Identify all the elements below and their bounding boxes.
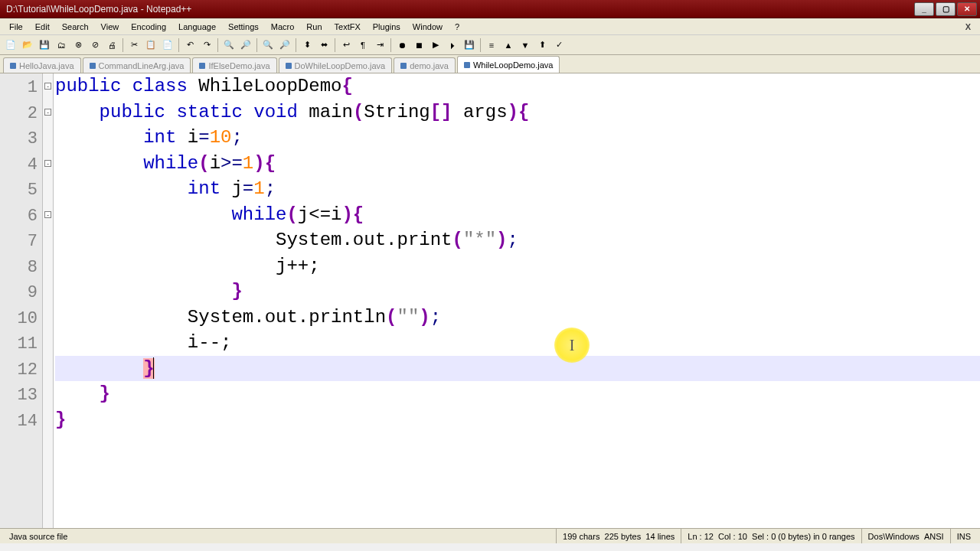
zoom-out-icon[interactable]: 🔎: [277, 37, 292, 53]
tool5-icon[interactable]: ✓: [551, 37, 567, 53]
undo-icon[interactable]: ↶: [182, 37, 198, 53]
cursor-highlight-icon: [554, 328, 590, 363]
tab-commandlinearg[interactable]: CommandLineArg.java: [83, 57, 191, 73]
stop-icon[interactable]: ⏹: [411, 37, 426, 53]
line-number-gutter: 1 2 3 4 5 6 7 8 9 10 11 12 13 14: [0, 73, 43, 537]
window-controls: _ ▢ ✕: [914, 2, 977, 16]
menu-language[interactable]: Language: [172, 21, 222, 33]
open-file-icon[interactable]: 📂: [20, 37, 35, 53]
record-icon[interactable]: ⏺: [394, 37, 410, 53]
tabbar: HelloJava.java CommandLineArg.java IfEls…: [0, 55, 980, 73]
file-icon: [400, 63, 407, 69]
menu-plugins[interactable]: Plugins: [367, 21, 407, 33]
save-macro-icon[interactable]: 💾: [462, 37, 477, 53]
tool1-icon[interactable]: ≡: [484, 37, 499, 53]
tab-ifelsedemo[interactable]: IfElseDemo.java: [192, 57, 276, 73]
save-all-icon[interactable]: 🗂: [54, 37, 69, 53]
menubar: File Edit Search View Encoding Language …: [0, 18, 980, 35]
statusbar: Java source file 199 chars 225 bytes 14 …: [0, 528, 980, 543]
wordwrap-icon[interactable]: ↩: [338, 37, 354, 53]
close-icon[interactable]: ⊗: [70, 37, 86, 53]
find-icon[interactable]: 🔍: [221, 37, 237, 53]
redo-icon[interactable]: ↷: [199, 37, 214, 53]
menu-help[interactable]: ?: [449, 21, 466, 33]
copy-icon[interactable]: 📋: [143, 37, 158, 53]
close-all-icon[interactable]: ⊘: [87, 37, 103, 53]
close-button[interactable]: ✕: [957, 2, 977, 16]
sync-h-icon[interactable]: ⬌: [316, 37, 332, 53]
play-icon[interactable]: ▶: [428, 37, 443, 53]
menu-run[interactable]: Run: [300, 21, 328, 33]
window-title: D:\Tutorial\WhileLoopDemo.java - Notepad…: [3, 4, 191, 15]
status-ins: INS: [951, 529, 977, 543]
menu-search[interactable]: Search: [56, 21, 95, 33]
code-area[interactable]: public class WhileLoopDemo{ public stati…: [54, 73, 980, 537]
menu-macro[interactable]: Macro: [265, 21, 301, 33]
tab-whileloopdemo[interactable]: WhileLoopDemo.java: [457, 56, 560, 73]
menu-file[interactable]: File: [3, 21, 29, 33]
status-eol: Dos\Windows ANSI: [862, 529, 951, 543]
status-length: 199 chars 225 bytes 14 lines: [557, 529, 681, 543]
menu-settings[interactable]: Settings: [222, 21, 265, 33]
fold-icon[interactable]: -: [44, 109, 51, 116]
toolbar: 📄 📂 💾 🗂 ⊗ ⊘ 🖨 ✂ 📋 📄 ↶ ↷ 🔍 🔎 🔍 🔎 ⬍ ⬌ ↩ ¶ …: [0, 35, 980, 55]
tool4-icon[interactable]: ⬆: [534, 37, 550, 53]
tool3-icon[interactable]: ▼: [518, 37, 533, 53]
status-filetype: Java source file: [3, 529, 557, 543]
cut-icon[interactable]: ✂: [126, 37, 142, 53]
fold-icon[interactable]: -: [44, 211, 51, 218]
minimize-button[interactable]: _: [914, 2, 934, 16]
sync-v-icon[interactable]: ⬍: [299, 37, 315, 53]
paste-icon[interactable]: 📄: [160, 37, 175, 53]
all-chars-icon[interactable]: ¶: [355, 37, 371, 53]
print-icon[interactable]: 🖨: [104, 37, 119, 53]
file-icon: [286, 63, 292, 69]
file-icon: [90, 63, 96, 69]
menu-window[interactable]: Window: [407, 21, 449, 33]
file-icon: [464, 62, 470, 68]
menu-edit[interactable]: Edit: [29, 21, 56, 33]
editor[interactable]: 1 2 3 4 5 6 7 8 9 10 11 12 13 14 - - - -…: [0, 73, 980, 537]
tab-hellojava[interactable]: HelloJava.java: [3, 57, 81, 73]
tool2-icon[interactable]: ▲: [501, 37, 516, 53]
file-icon: [199, 63, 205, 69]
playback-icon[interactable]: ⏵: [445, 37, 460, 53]
indent-icon[interactable]: ⇥: [372, 37, 387, 53]
tab-dowhileloopdemo[interactable]: DoWhileLoopDemo.java: [279, 57, 393, 73]
titlebar: D:\Tutorial\WhileLoopDemo.java - Notepad…: [0, 0, 980, 18]
menu-view[interactable]: View: [95, 21, 126, 33]
new-file-icon[interactable]: 📄: [3, 37, 18, 53]
close-document-button[interactable]: X: [959, 22, 977, 31]
menu-encoding[interactable]: Encoding: [125, 21, 172, 33]
file-icon: [10, 63, 16, 69]
menu-textfx[interactable]: TextFX: [328, 21, 367, 33]
fold-icon[interactable]: -: [44, 83, 51, 90]
status-position: Ln : 12 Col : 10 Sel : 0 (0 bytes) in 0 …: [681, 529, 861, 543]
fold-column: - - - -: [43, 73, 54, 537]
tab-demo[interactable]: demo.java: [394, 57, 456, 73]
save-icon[interactable]: 💾: [37, 37, 52, 53]
maximize-button[interactable]: ▢: [936, 2, 956, 16]
fold-icon[interactable]: -: [44, 160, 51, 167]
replace-icon[interactable]: 🔎: [238, 37, 253, 53]
text-caret: [153, 357, 154, 379]
zoom-in-icon[interactable]: 🔍: [260, 37, 276, 53]
